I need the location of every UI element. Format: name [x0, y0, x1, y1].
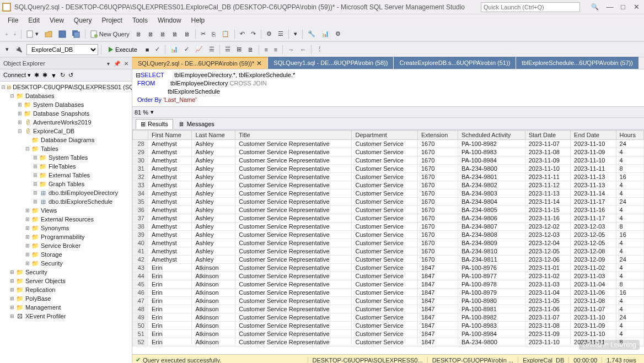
- menu-tools[interactable]: Tools: [128, 15, 152, 25]
- column-header[interactable]: Hours: [616, 131, 643, 140]
- column-header[interactable]: Start Date: [525, 131, 570, 140]
- views-node[interactable]: ⊞📁Views: [1, 206, 131, 215]
- save-all-button[interactable]: [70, 29, 82, 39]
- undo-button[interactable]: ↶: [238, 29, 247, 39]
- table-row[interactable]: 37AmethystAshleyCustomer Service Represe…: [133, 214, 644, 223]
- management-node[interactable]: ⊞📁Management: [1, 303, 131, 312]
- table-row[interactable]: 42AmethystAshleyCustomer Service Represe…: [133, 256, 644, 264]
- graph-tables-node[interactable]: ⊞📁Graph Tables: [1, 180, 131, 188]
- table-row[interactable]: 36AmethystAshleyCustomer Service Represe…: [133, 206, 644, 214]
- include-stats-button[interactable]: 📈: [193, 45, 205, 54]
- dmx-query-button[interactable]: 🗎: [170, 30, 180, 39]
- system-tables-node[interactable]: ⊞📁System Tables: [1, 153, 131, 162]
- activity-button[interactable]: 📊: [319, 29, 331, 39]
- adventureworks-node[interactable]: ⊞🛢AdventureWorks2019: [1, 118, 131, 127]
- properties-button[interactable]: ⚙: [264, 29, 274, 39]
- table-row[interactable]: 32AmethystAshleyCustomer Service Represe…: [133, 173, 644, 181]
- specify-values-button[interactable]: ⋮: [314, 45, 325, 54]
- sqlcmd-button[interactable]: ☰: [207, 45, 217, 54]
- new-query-button[interactable]: New Query: [88, 29, 132, 39]
- uncomment-button[interactable]: ≡: [272, 45, 280, 54]
- use-db-button[interactable]: ▾: [3, 45, 11, 54]
- external-tables-node[interactable]: ⊞📁External Tables: [1, 171, 131, 180]
- results-tab[interactable]: ⊞Results: [136, 119, 173, 129]
- nav-fwd-button[interactable]: ◦: [12, 30, 18, 39]
- table-row[interactable]: 39AmethystAshleyCustomer Service Represe…: [133, 231, 644, 239]
- table-row[interactable]: 52ErinAtkinsonCustomer Service Represent…: [133, 338, 644, 346]
- outdent-button[interactable]: ←: [298, 45, 308, 54]
- column-header[interactable]: Extension: [417, 131, 458, 140]
- tab-createexplore[interactable]: CreateExploreDB.s...6UQPPA\robin (51)): [394, 57, 516, 69]
- table-row[interactable]: 28AmethystAshleyCustomer Service Represe…: [133, 140, 644, 148]
- execute-button[interactable]: Execute: [104, 45, 142, 54]
- programmability-node[interactable]: ⊞📁Programmability: [1, 232, 131, 241]
- new-project-button[interactable]: ▾: [24, 29, 41, 39]
- column-header[interactable]: [133, 131, 148, 140]
- table-row[interactable]: 45ErinAtkinsonCustomer Service Represent…: [133, 280, 644, 289]
- menu-project[interactable]: Project: [98, 15, 127, 25]
- menu-query[interactable]: Query: [69, 15, 96, 25]
- security-db-node[interactable]: ⊞📁Security: [1, 259, 131, 268]
- results-to-grid-button[interactable]: ⊞: [234, 45, 244, 54]
- messages-tab[interactable]: 🗎Messages: [174, 120, 219, 128]
- redo-button[interactable]: ↷: [249, 29, 258, 39]
- databases-node[interactable]: ⊟📁Databases: [1, 91, 131, 100]
- table-row[interactable]: 35AmethystAshleyCustomer Service Represe…: [133, 198, 644, 206]
- database-snapshots-node[interactable]: ⊞📁Database Snapshots: [1, 109, 131, 118]
- xmla-query-button[interactable]: 🗎: [182, 30, 192, 39]
- results-grid[interactable]: First NameLast NameTitleDepartmentExtens…: [132, 130, 644, 354]
- storage-node[interactable]: ⊞📁Storage: [1, 250, 131, 259]
- tools-button[interactable]: 🔧: [305, 29, 318, 39]
- results-to-file-button[interactable]: 🗎: [245, 45, 256, 54]
- table-row[interactable]: 41AmethystAshleyCustomer Service Represe…: [133, 247, 644, 256]
- zoom-value[interactable]: 81 %: [135, 109, 148, 116]
- table-row[interactable]: 44ErinAtkinsonCustomer Service Represent…: [133, 272, 644, 280]
- connect-button[interactable]: Connect ▾: [3, 72, 31, 79]
- maximize-button[interactable]: □: [618, 2, 629, 12]
- table-row[interactable]: 33AmethystAshleyCustomer Service Represe…: [133, 181, 644, 189]
- database-diagrams-node[interactable]: 📁Database Diagrams: [1, 136, 131, 144]
- cut-button[interactable]: ✂: [198, 29, 208, 39]
- synonyms-node[interactable]: ⊞📁Synonyms: [1, 224, 131, 232]
- minimize-button[interactable]: —: [604, 2, 615, 12]
- table-row[interactable]: 49ErinAtkinsonCustomer Service Represent…: [133, 313, 644, 322]
- service-broker-node[interactable]: ⊞📁Service Broker: [1, 241, 131, 250]
- menu-edit[interactable]: Edit: [24, 15, 44, 25]
- include-plan-button[interactable]: ✓: [182, 45, 191, 54]
- save-button[interactable]: [56, 29, 68, 39]
- table-row[interactable]: 47ErinAtkinsonCustomer Service Represent…: [133, 297, 644, 305]
- database-selector[interactable]: ExploreCal_DB: [26, 44, 98, 55]
- tab-sqlquery1[interactable]: SQLQuery1.sql - DE...6UQPPA\robin (58)): [268, 57, 393, 69]
- tables-node[interactable]: ⊟📁Tables: [1, 144, 131, 153]
- mdx-query-button[interactable]: 🗎: [158, 30, 168, 39]
- oe-filter-icon[interactable]: ▼: [51, 72, 57, 79]
- external-resources-node[interactable]: ⊞📁External Resources: [1, 215, 131, 224]
- system-databases-node[interactable]: ⊞📁System Databases: [1, 100, 131, 109]
- tab-sqlquery2[interactable]: SQLQuery2.sql - DE...6UQPPA\robin (59))*…: [132, 57, 267, 69]
- tbl-employee-node[interactable]: ⊞⊞dbo.tblEmployeeDirectory: [1, 188, 131, 197]
- explorecal-node[interactable]: ⊟🛢ExploreCal_DB: [1, 127, 131, 136]
- oe-refresh-icon[interactable]: ↻: [60, 72, 65, 79]
- table-row[interactable]: 50ErinAtkinsonCustomer Service Represent…: [133, 322, 644, 330]
- nav-back-button[interactable]: ◦: [3, 30, 10, 39]
- tab-close-icon[interactable]: ✕: [256, 59, 262, 67]
- table-row[interactable]: 29AmethystAshleyCustomer Service Represe…: [133, 148, 644, 156]
- column-header[interactable]: Department: [352, 131, 418, 140]
- oe-pin-icon[interactable]: 📌: [114, 61, 120, 67]
- sql-editor[interactable]: ⊟SELECT tblEmployeeDirectory.*, tblExplo…: [132, 69, 644, 107]
- parse-button[interactable]: ✓: [153, 45, 162, 54]
- tab-tblexplore[interactable]: tblExploreSchedule...6UQPPA\robin (57)): [516, 57, 638, 69]
- security-node[interactable]: ⊞📁Security: [1, 268, 131, 277]
- column-header[interactable]: Scheduled Activity: [458, 131, 525, 140]
- xevent-node[interactable]: ⊞⛝XEvent Profiler: [1, 312, 131, 321]
- menu-window[interactable]: Window: [153, 15, 186, 25]
- table-row[interactable]: 34AmethystAshleyCustomer Service Represe…: [133, 189, 644, 198]
- open-button[interactable]: [42, 29, 55, 39]
- menu-help[interactable]: Help: [187, 15, 210, 25]
- oe-sync-icon[interactable]: ↺: [68, 72, 73, 79]
- column-header[interactable]: Title: [235, 131, 352, 140]
- tbl-schedule-node[interactable]: ⊞⊞dbo.tblExploreSchedule: [1, 197, 131, 206]
- display-plan-button[interactable]: 📊: [168, 45, 180, 54]
- oe-stop-icon[interactable]: ✱: [42, 72, 47, 79]
- server-node[interactable]: ⊟🖥DESKTOP-C6UQPPA\SQLEXPRESS01 (SQL S: [1, 83, 131, 91]
